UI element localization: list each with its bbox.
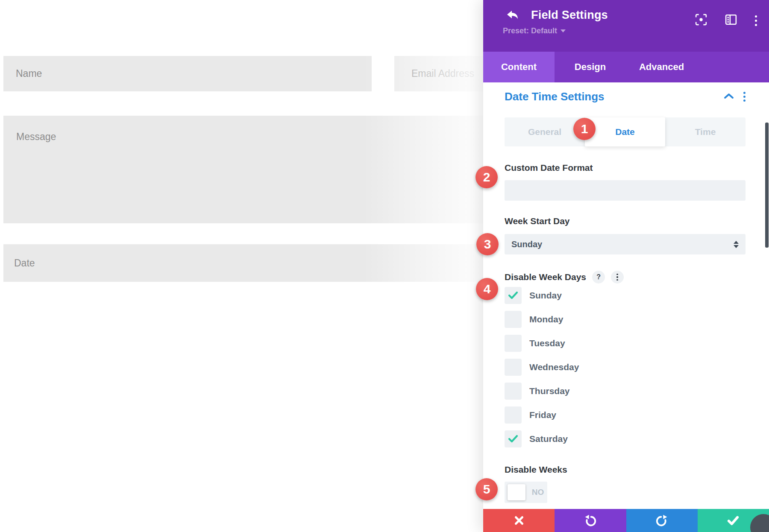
subtab-time[interactable]: Time	[665, 117, 746, 146]
panel-layout-icon[interactable]	[725, 14, 737, 27]
week-start-day-select[interactable]: Sunday	[505, 234, 746, 254]
week-start-day-label: Week Start Day	[505, 216, 570, 226]
panel-header: Field Settings Preset: Default	[483, 0, 769, 52]
preset-selector[interactable]: Preset: Default	[503, 26, 566, 35]
preset-label: Preset: Default	[503, 26, 557, 35]
toggle-knob	[508, 484, 525, 500]
weekday-checkbox-row: Sunday	[505, 287, 579, 304]
date-input[interactable]: Date	[3, 244, 483, 282]
panel-scrollbar[interactable]	[765, 123, 769, 248]
tab-design[interactable]: Design	[555, 52, 626, 82]
discard-button[interactable]	[483, 509, 555, 532]
week-start-day-value: Sunday	[511, 240, 542, 249]
weekday-label: Wednesday	[529, 362, 579, 372]
date-placeholder: Date	[14, 257, 35, 269]
step-badge-1: 1	[573, 118, 596, 140]
close-x-icon	[514, 515, 524, 526]
redo-arrow-icon	[655, 514, 668, 527]
expand-module-icon[interactable]	[695, 14, 707, 27]
weekday-label: Tuesday	[529, 338, 565, 348]
disable-weeks-toggle[interactable]: NO	[505, 482, 547, 503]
weekday-checkbox-row: Monday	[505, 311, 579, 328]
weekday-checkbox[interactable]	[505, 406, 522, 424]
weekday-label: Monday	[529, 314, 563, 324]
panel-footer	[483, 509, 769, 532]
settings-tabs: Content Design Advanced	[483, 52, 769, 82]
chevron-up-icon[interactable]	[724, 93, 734, 101]
section-options-icon[interactable]	[743, 92, 746, 102]
email-placeholder: Email Address	[411, 68, 474, 79]
weekday-checkbox-row: Saturday	[505, 430, 579, 447]
disable-weeks-label: Disable Weeks	[505, 465, 567, 475]
back-arrow-icon[interactable]	[506, 10, 520, 23]
undo-arrow-icon	[584, 514, 597, 527]
check-icon	[727, 514, 740, 527]
weekday-label: Saturday	[529, 434, 568, 444]
weekday-checkbox[interactable]	[505, 359, 522, 376]
more-options-icon[interactable]	[755, 15, 757, 26]
step-badge-3: 3	[476, 233, 499, 255]
caret-down-icon	[561, 29, 566, 32]
weekday-checkbox-row: Tuesday	[505, 335, 579, 352]
weekday-checkbox-row: Thursday	[505, 383, 579, 400]
step-badge-2: 2	[475, 166, 498, 188]
step-badge-4: 4	[476, 278, 498, 300]
weekday-checkbox-row: Wednesday	[505, 359, 579, 376]
check-icon	[508, 435, 518, 443]
select-arrows-icon	[734, 241, 739, 248]
weekday-label: Friday	[529, 410, 556, 420]
date-time-subtabs: General Date Time	[505, 117, 746, 146]
subtab-general[interactable]: General	[505, 117, 585, 146]
undo-button[interactable]	[555, 509, 626, 532]
disable-week-days-label: Disable Week Days	[505, 272, 586, 282]
field-settings-panel: Field Settings Preset: Default	[483, 0, 769, 532]
weekday-checkbox[interactable]	[505, 287, 522, 304]
subtab-date[interactable]: Date	[585, 117, 665, 146]
section-title[interactable]: Date Time Settings	[505, 90, 605, 103]
weekday-label: Thursday	[529, 386, 570, 396]
name-input[interactable]: Name	[3, 56, 372, 91]
message-placeholder: Message	[16, 131, 56, 143]
help-icon[interactable]: ?	[592, 271, 605, 284]
custom-date-format-input[interactable]	[505, 180, 746, 201]
tab-advanced[interactable]: Advanced	[626, 52, 697, 82]
panel-body: Date Time Settings General Date Time Cus…	[483, 82, 769, 509]
tab-content[interactable]: Content	[483, 52, 555, 82]
redo-button[interactable]	[626, 509, 698, 532]
weekday-checkbox[interactable]	[505, 335, 522, 352]
check-icon	[508, 291, 518, 300]
weekday-checkbox[interactable]	[505, 383, 522, 400]
message-textarea[interactable]: Message	[3, 116, 483, 223]
panel-title: Field Settings	[531, 9, 608, 22]
weekday-checkbox-row: Friday	[505, 406, 579, 424]
name-placeholder: Name	[16, 68, 42, 79]
custom-date-format-label: Custom Date Format	[505, 163, 593, 173]
option-dots-icon[interactable]	[611, 271, 624, 284]
weekday-checkbox[interactable]	[505, 311, 522, 328]
step-badge-5: 5	[475, 478, 498, 500]
divi-builder-page: Name Email Address Message Date Field Se…	[0, 0, 769, 532]
weekday-checkbox-list: SundayMondayTuesdayWednesdayThursdayFrid…	[505, 287, 579, 447]
weekday-checkbox[interactable]	[505, 430, 522, 447]
toggle-state-label: NO	[528, 482, 547, 503]
weekday-label: Sunday	[529, 290, 562, 301]
